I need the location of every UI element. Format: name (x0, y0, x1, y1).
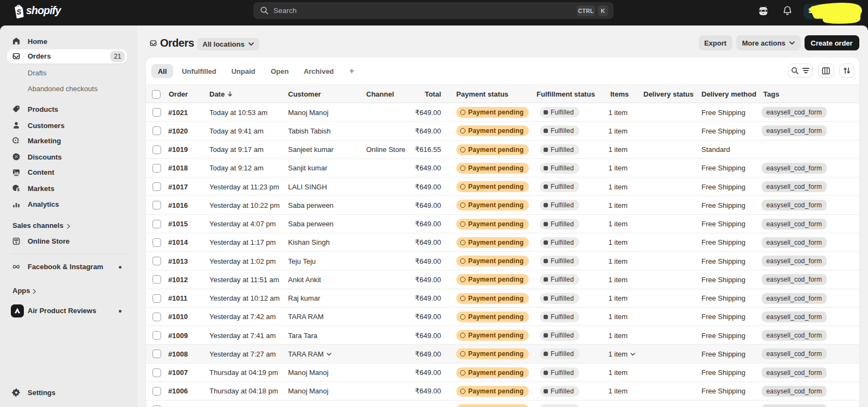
svg-text:S: S (16, 8, 22, 16)
svg-text:$: $ (17, 188, 20, 193)
